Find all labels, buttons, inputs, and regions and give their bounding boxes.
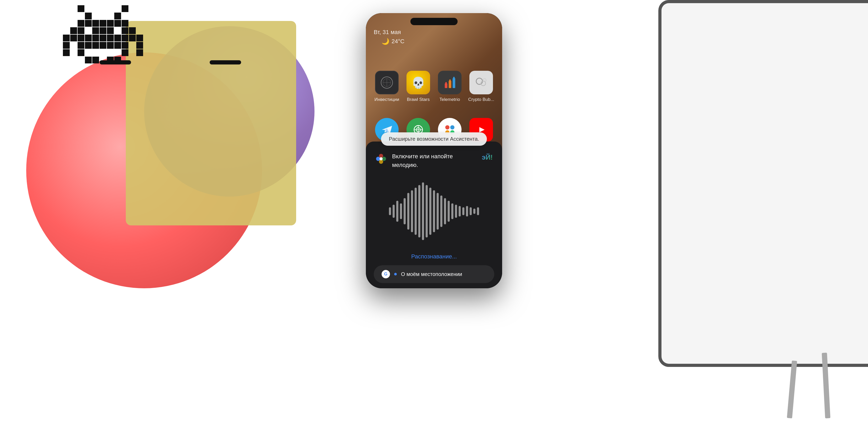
location-chip[interactable]: G О моём местоположении [374,265,494,283]
wave-bar [418,185,421,238]
wave-bar [455,205,457,218]
wave-bar [396,201,398,222]
music-recognition-button[interactable]: эЙ! [482,153,493,161]
wave-bar [422,182,424,240]
phone-mockup: Вт, 31 мая 🌙 24°C [366,13,502,288]
wave-bar [414,188,417,235]
wave-bar [462,207,464,215]
wave-bar [429,188,431,235]
wave-bar [477,207,479,215]
pixel-invader-decoration [58,0,173,95]
svg-point-10 [476,78,483,84]
svg-rect-4 [445,83,447,88]
app-crypto-icon [469,71,493,94]
waveform-visualization [366,169,502,253]
svg-point-8 [449,80,451,81]
wave-bar [437,193,439,229]
app-grid-row1: Инвестиции 💀 Brawl Stars [374,71,494,102]
app-invest-label: Инвестиции [374,97,399,102]
wave-bar [426,185,428,238]
google-assistant-icon [375,153,387,164]
app-brawl-label: Brawl Stars [407,97,430,102]
recognizing-status: Распознавание... [366,253,502,265]
wave-bar [407,193,409,229]
assistant-text-line2: мелодию. [392,161,476,169]
svg-rect-6 [453,78,455,88]
wave-bar [459,206,461,216]
assistant-message: Включите или напойте мелодию. [392,152,476,169]
date-display: Вт, 31 мая [374,29,404,36]
assistant-text-line1: Включите или напойте [392,152,476,161]
svg-point-18 [450,125,455,129]
app-telemetrio[interactable]: Telemetrio [437,71,463,102]
weather-row: 🌙 24°C [381,38,404,45]
monitor-frame [632,0,868,434]
monitor-screen [658,0,868,367]
app-crypto-label: Crypto Bub... [468,97,494,102]
wave-bar [447,201,450,222]
location-chip-text: О моём местоположении [401,271,462,277]
wave-bar [470,207,472,215]
wave-bar [404,198,406,224]
wave-bar [444,198,446,224]
wave-bar [440,195,442,227]
wave-bar [433,190,435,232]
app-invest[interactable]: Инвестиции [374,71,400,102]
svg-point-27 [379,157,383,160]
svg-rect-5 [449,81,451,88]
wave-bar [473,209,475,214]
antenna-left-decoration [100,60,131,64]
chip-dot-separator [394,273,397,275]
wave-bar [466,206,468,216]
svg-point-9 [453,77,455,79]
wave-bar [451,204,454,219]
assistant-sheet: Расширьте возможности Ассистента. [366,142,502,288]
app-invest-icon [375,71,399,94]
status-bar: Вт, 31 мая 🌙 24°C [374,29,494,45]
temperature-display: 24°C [392,38,404,45]
phone-notch [410,18,458,25]
google-logo-small: G [381,270,390,278]
app-crypto[interactable]: Crypto Bub... [468,71,494,102]
svg-point-7 [445,82,447,84]
assistant-suggestion-pill[interactable]: Расширьте возможности Ассистента. [381,132,487,146]
wave-bar [411,190,413,232]
app-brawl-stars[interactable]: 💀 Brawl Stars [405,71,431,102]
svg-point-17 [445,125,450,129]
wave-bar [400,204,402,219]
monitor-stand-left [787,361,797,418]
antenna-right-decoration [210,60,241,64]
wave-bar [389,207,391,215]
phone-screen: Вт, 31 мая 🌙 24°C [366,13,502,288]
phone-body: Вт, 31 мая 🌙 24°C [366,13,502,288]
wave-bar [393,205,395,218]
app-telemetrio-label: Telemetrio [439,97,460,102]
app-brawl-icon: 💀 [406,71,430,94]
weather-icon: 🌙 [381,38,390,45]
app-telemetrio-icon [438,71,462,94]
